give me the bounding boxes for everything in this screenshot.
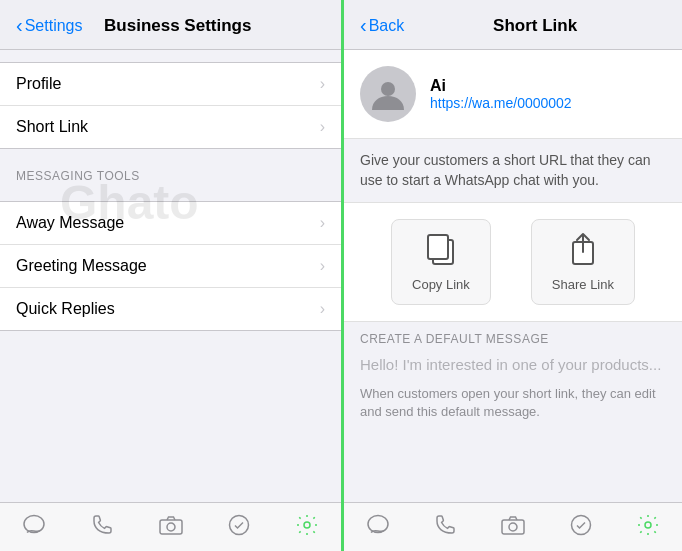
menu-item-label: Short Link — [16, 118, 88, 136]
camera-icon — [159, 515, 183, 541]
settings-back-link[interactable]: ‹ Settings — [16, 14, 82, 37]
camera-icon-right — [501, 515, 525, 541]
right-panel: ‹ Back Short Link Ai https://wa.me/00000… — [341, 0, 682, 551]
default-message-header: CREATE A DEFAULT MESSAGE — [360, 332, 666, 346]
svg-point-3 — [229, 516, 248, 535]
svg-point-11 — [509, 523, 517, 531]
default-message-section: CREATE A DEFAULT MESSAGE Hello! I'm inte… — [344, 322, 682, 427]
chevron-right-icon: › — [320, 214, 325, 232]
copy-link-label: Copy Link — [412, 277, 470, 292]
copy-link-button[interactable]: Copy Link — [391, 219, 491, 305]
back-chevron-icon: ‹ — [16, 14, 23, 37]
menu-item-greeting-message[interactable]: Greeting Message › — [0, 245, 341, 288]
back-label: Back — [369, 17, 405, 35]
copy-icon — [425, 232, 457, 273]
menu-item-label: Quick Replies — [16, 300, 115, 318]
chevron-right-icon: › — [320, 300, 325, 318]
share-link-button[interactable]: Share Link — [531, 219, 635, 305]
calls-icon — [91, 514, 113, 542]
chats-icon-right — [366, 514, 390, 542]
tab-camera[interactable] — [136, 515, 204, 541]
default-message-hint: When customers open your short link, the… — [360, 385, 666, 421]
left-tab-bar — [0, 502, 341, 551]
profile-name: Ai — [430, 77, 572, 95]
tab-calls[interactable] — [68, 514, 136, 542]
menu-item-label: Away Message — [16, 214, 124, 232]
left-page-title: Business Settings — [90, 16, 265, 36]
right-header: ‹ Back Short Link — [344, 0, 682, 50]
short-link-back-link[interactable]: ‹ Back — [360, 14, 404, 37]
svg-point-0 — [24, 516, 44, 533]
back-chevron-icon: ‹ — [360, 14, 367, 37]
svg-point-4 — [304, 522, 310, 528]
tab-chats[interactable] — [0, 514, 68, 542]
menu-item-label: Profile — [16, 75, 61, 93]
chevron-right-icon: › — [320, 118, 325, 136]
tab-calls-right[interactable] — [412, 514, 480, 542]
svg-point-5 — [381, 82, 395, 96]
svg-rect-1 — [160, 520, 182, 534]
tab-chats-right[interactable] — [344, 514, 412, 542]
chevron-right-icon: › — [320, 75, 325, 93]
left-header: ‹ Settings Business Settings — [0, 0, 341, 50]
svg-rect-7 — [428, 235, 448, 259]
main-menu: Profile › Short Link › — [0, 62, 341, 149]
settings-icon — [296, 514, 318, 542]
menu-item-label: Greeting Message — [16, 257, 147, 275]
menu-item-quick-replies[interactable]: Quick Replies › — [0, 288, 341, 330]
svg-rect-10 — [502, 520, 524, 534]
messaging-tools-section: MESSAGING TOOLS Away Message › Greeting … — [0, 161, 341, 331]
tab-camera-right[interactable] — [479, 515, 547, 541]
default-message-placeholder[interactable]: Hello! I'm interested in one of your pro… — [360, 354, 666, 375]
profile-link[interactable]: https://wa.me/0000002 — [430, 95, 572, 111]
short-link-description: Give your customers a short URL that the… — [344, 139, 682, 202]
status-icon-right — [570, 514, 592, 542]
chevron-right-icon: › — [320, 257, 325, 275]
svg-point-2 — [167, 523, 175, 531]
calls-icon-right — [434, 514, 456, 542]
svg-point-12 — [571, 516, 590, 535]
right-tab-bar — [344, 502, 682, 551]
back-label: Settings — [25, 17, 83, 35]
menu-item-profile[interactable]: Profile › — [0, 63, 341, 106]
profile-info: Ai https://wa.me/0000002 — [430, 77, 572, 111]
menu-item-away-message[interactable]: Away Message › — [0, 202, 341, 245]
messaging-tools-header: MESSAGING TOOLS — [0, 161, 341, 189]
tab-status-right[interactable] — [547, 514, 615, 542]
chats-icon — [22, 514, 46, 542]
share-link-label: Share Link — [552, 277, 614, 292]
right-page-title: Short Link — [404, 16, 666, 36]
settings-icon-right — [637, 514, 659, 542]
messaging-menu: Away Message › Greeting Message › Quick … — [0, 201, 341, 331]
left-panel: ‹ Settings Business Settings Profile › S… — [0, 0, 341, 551]
tab-status[interactable] — [205, 514, 273, 542]
status-icon — [228, 514, 250, 542]
svg-point-13 — [645, 522, 651, 528]
avatar — [360, 66, 416, 122]
tab-settings-right[interactable] — [614, 514, 682, 542]
svg-point-9 — [368, 516, 388, 533]
profile-section: Ai https://wa.me/0000002 — [344, 50, 682, 139]
share-icon — [569, 232, 597, 273]
tab-settings[interactable] — [273, 514, 341, 542]
menu-item-short-link[interactable]: Short Link › — [0, 106, 341, 148]
action-buttons: Copy Link Share Link — [344, 202, 682, 322]
